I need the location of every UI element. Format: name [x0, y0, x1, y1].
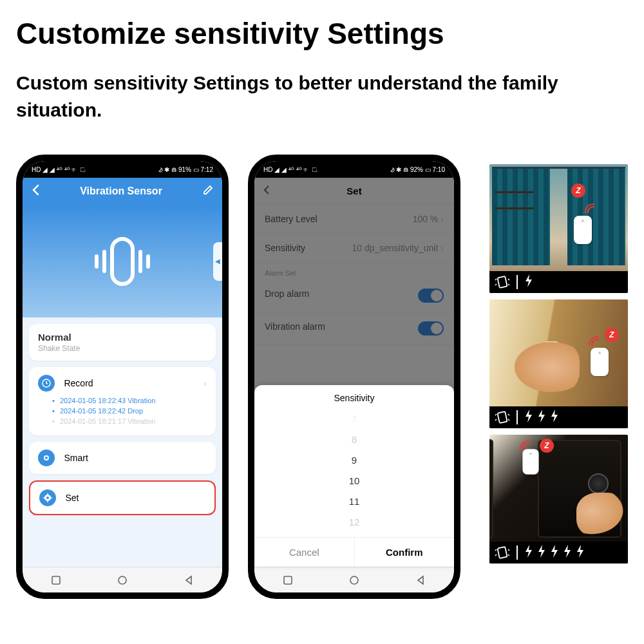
vibration-icon [495, 410, 510, 424]
nav-back-icon[interactable] [411, 571, 430, 590]
picker-item[interactable]: 9 [352, 450, 357, 470]
scenario-safe: Z [489, 435, 628, 564]
status-right: ᴺ ⊘ ✱ ⋒ 91% ▭ 7:12 [153, 166, 213, 173]
svg-rect-5 [52, 576, 60, 584]
cards-area: Normal Shake State Record › [23, 317, 222, 567]
svg-point-4 [46, 497, 49, 499]
back-icon[interactable] [32, 184, 39, 198]
vibration-icon [495, 275, 510, 289]
bolt-icon [550, 409, 559, 426]
bolt-icon [563, 544, 572, 561]
chevron-right-icon: › [204, 378, 207, 388]
page-subheading: Custom sensitivity Settings to better un… [16, 70, 596, 124]
zigbee-icon: Z [540, 439, 554, 453]
svg-rect-10 [497, 412, 507, 423]
bolt-icon [537, 409, 546, 426]
set-card[interactable]: Set [29, 480, 216, 515]
svg-rect-9 [497, 276, 507, 288]
state-subtitle: Shake State [38, 344, 207, 353]
picker-confirm-button[interactable]: Confirm [355, 538, 455, 567]
nav-recent-icon[interactable] [46, 571, 66, 590]
bolt-icon [576, 544, 585, 561]
zigbee-icon: Z [605, 328, 619, 342]
picker-item-selected[interactable]: 10 [349, 470, 360, 491]
nav-recent-icon[interactable] [278, 571, 298, 590]
vibration-icon [495, 545, 510, 560]
header-title: Vibration Sensor [80, 185, 162, 197]
sensor-visual: ◀ [23, 205, 222, 317]
bolt-icon [524, 274, 533, 290]
set-label: Set [65, 493, 79, 503]
picker-item[interactable]: 12 [349, 511, 360, 532]
log-item: 2024-01-05 18:22:42 Drop [60, 407, 207, 415]
bolt-icon [524, 544, 533, 561]
picker-cancel-button[interactable]: Cancel [254, 538, 355, 567]
signal-icon [515, 436, 535, 455]
phone-mockup-settings: HD ◢ ◢ ⁴ᴳ ⁴ᴳ ᯤ ⬚ ᴺ ⊘ ✱ ⋒ 92% ▭ 7:10 Set … [248, 155, 460, 599]
svg-point-8 [350, 576, 358, 584]
signal-icon [584, 332, 603, 351]
state-card: Normal Shake State [29, 324, 216, 361]
record-label: Record [64, 378, 93, 388]
bolt-icon [537, 544, 546, 561]
nav-home-icon[interactable] [113, 571, 132, 590]
picker-title: Sensitivity [254, 393, 454, 403]
smart-label: Smart [64, 453, 88, 463]
gear-icon [39, 489, 56, 506]
phone-notch [84, 161, 161, 174]
scenario-door-handle: Z [489, 299, 628, 428]
status-right: ᴺ ⊘ ✱ ⋒ 92% ▭ 7:10 [384, 166, 445, 173]
svg-point-2 [45, 457, 48, 459]
zigbee-icon: Z [571, 184, 585, 198]
picker-item[interactable]: 7 [352, 408, 356, 429]
smart-card[interactable]: Smart [29, 442, 216, 474]
svg-rect-7 [284, 576, 292, 584]
vibration-sensor-icon [95, 237, 150, 286]
bolt-icon [524, 409, 533, 426]
smart-icon [38, 450, 55, 466]
log-item: 2024-01-05 18:21:17 Vibration [60, 417, 207, 425]
picker-item[interactable]: 11 [349, 491, 360, 511]
scenario-thumbnails: Z Z [489, 164, 628, 564]
picker-item[interactable]: 8 [352, 429, 357, 450]
edit-icon[interactable] [203, 185, 213, 198]
clock-icon [38, 375, 55, 392]
svg-rect-11 [497, 547, 507, 558]
page-heading: Customize sensitivity Settings [16, 16, 444, 51]
state-title: Normal [38, 332, 207, 343]
app-header: Vibration Sensor [23, 178, 222, 205]
phone-mockup-main: HD ◢ ◢ ⁴ᴳ ⁴ᴳ ᯤ ⬚ ᴺ ⊘ ✱ ⋒ 91% ▭ 7:12 Vibr… [16, 155, 229, 599]
svg-point-6 [118, 576, 126, 584]
picker-list[interactable]: 7 8 9 10 11 12 13 [254, 408, 454, 537]
android-navbar [254, 567, 454, 592]
android-navbar [23, 567, 222, 592]
phone-notch [316, 161, 393, 174]
status-left: HD ◢ ◢ ⁴ᴳ ⁴ᴳ ᯤ ⬚ [263, 166, 318, 173]
bolt-icon [550, 544, 559, 561]
picker-item[interactable]: 13 [350, 532, 359, 537]
side-tab-handle[interactable]: ◀ [213, 242, 222, 281]
signal-icon [580, 199, 600, 218]
scenario-curtain: Z [489, 164, 628, 293]
nav-back-icon[interactable] [179, 571, 198, 590]
record-card[interactable]: Record › 2024-01-05 18:22:43 Vibration 2… [29, 367, 216, 435]
log-item: 2024-01-05 18:22:43 Vibration [60, 397, 207, 404]
nav-home-icon[interactable] [345, 571, 364, 590]
status-left: HD ◢ ◢ ⁴ᴳ ⁴ᴳ ᯤ ⬚ [32, 166, 86, 173]
sensitivity-picker: Sensitivity 7 8 9 10 11 12 13 Cancel Con… [254, 385, 454, 567]
